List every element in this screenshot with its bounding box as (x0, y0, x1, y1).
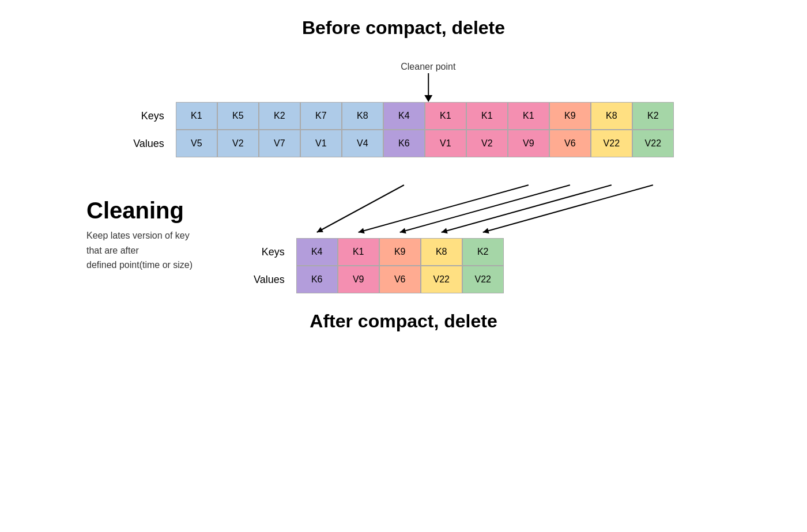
top-key-cell-1: K5 (217, 102, 259, 130)
top-key-cell-2: K2 (259, 102, 300, 130)
top-key-cell-11: K2 (632, 102, 674, 130)
svg-marker-5 (400, 228, 406, 234)
top-val-cell-3: V1 (300, 130, 342, 157)
top-val-cell-2: V7 (259, 130, 300, 157)
bot-key-cell-3: K8 (421, 238, 462, 266)
top-val-cell-9: V6 (549, 130, 591, 157)
top-val-cell-10: V22 (591, 130, 632, 157)
top-key-cell-9: K9 (549, 102, 591, 130)
cleaner-point-label: Cleaner point (401, 62, 455, 72)
svg-marker-9 (483, 228, 489, 234)
bottom-grid-container: Keys Values K4K1K9K8K2K6V9V6V22V22 (254, 238, 721, 293)
after-title: After compact, delete (86, 311, 721, 332)
svg-marker-3 (359, 228, 365, 234)
svg-line-4 (400, 185, 570, 232)
top-key-cell-3: K7 (300, 102, 342, 130)
top-key-cell-0: K1 (176, 102, 217, 130)
top-key-cell-8: K1 (508, 102, 549, 130)
arrow-vertical-line (428, 73, 429, 95)
top-val-cell-8: V9 (508, 130, 549, 157)
top-val-cell-4: V4 (342, 130, 383, 157)
top-key-cell-7: K1 (466, 102, 508, 130)
bot-val-cell-0: K6 (296, 266, 338, 293)
bot-key-cell-4: K2 (462, 238, 504, 266)
top-grid-container: Keys Values K1K5K2K7K8K4K1K1K1K9K8K2V5V2… (86, 102, 721, 157)
top-val-cell-0: V5 (176, 130, 217, 157)
bottom-values-label: Values (254, 266, 289, 293)
top-grid: K1K5K2K7K8K4K1K1K1K9K8K2V5V2V7V1V4K6V1V2… (176, 102, 674, 157)
top-key-cell-4: K8 (342, 102, 383, 130)
svg-line-0 (317, 185, 404, 232)
page-title: Before compact, delete (302, 17, 505, 39)
cleaning-title: Cleaning (86, 198, 242, 224)
bottom-keys-label: Keys (254, 238, 289, 266)
top-val-cell-11: V22 (632, 130, 674, 157)
top-key-cell-5: K4 (383, 102, 425, 130)
top-val-cell-7: V2 (466, 130, 508, 157)
cleaning-section: Cleaning Keep lates version of key that … (86, 163, 242, 273)
svg-line-8 (483, 185, 653, 232)
bot-key-cell-2: K9 (379, 238, 421, 266)
top-val-cell-1: V2 (217, 130, 259, 157)
bot-val-cell-1: V9 (338, 266, 379, 293)
bot-val-cell-3: V22 (421, 266, 462, 293)
svg-marker-1 (317, 227, 323, 232)
top-val-cell-6: V1 (425, 130, 466, 157)
bot-val-cell-4: V22 (462, 266, 504, 293)
svg-marker-7 (442, 228, 448, 234)
bot-key-cell-0: K4 (296, 238, 338, 266)
top-values-label: Values (133, 130, 169, 157)
bottom-diagram: Keys Values K4K1K9K8K2K6V9V6V22V22 (242, 163, 721, 293)
main-container: Before compact, delete Cleaner point Key… (0, 0, 807, 532)
bottom-grid: K4K1K9K8K2K6V9V6V22V22 (296, 238, 504, 293)
top-key-cell-10: K8 (591, 102, 632, 130)
bot-key-cell-1: K1 (338, 238, 379, 266)
svg-line-6 (442, 185, 612, 232)
bot-val-cell-2: V6 (379, 266, 421, 293)
top-key-cell-6: K1 (425, 102, 466, 130)
arrow-head-down (424, 95, 432, 102)
top-keys-label: Keys (133, 102, 169, 130)
cleaning-description: Keep lates version of key that are after… (86, 228, 242, 273)
top-val-cell-5: K6 (383, 130, 425, 157)
svg-line-2 (359, 185, 529, 232)
